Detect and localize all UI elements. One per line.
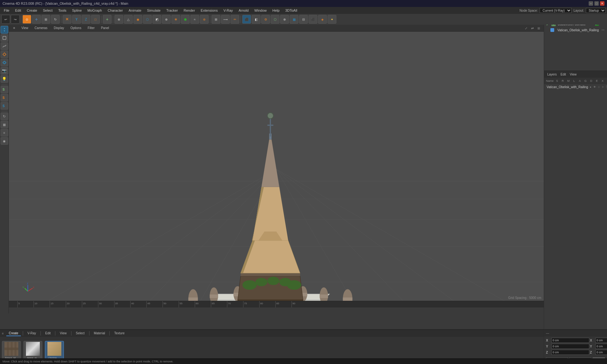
menu-vray[interactable]: V-Ray: [221, 8, 236, 13]
menu-file[interactable]: File: [1, 8, 12, 13]
sidebar-brush[interactable]: ↻: [1, 112, 8, 120]
cm-tab-vray[interactable]: V-Ray: [25, 331, 39, 336]
sidebar-move[interactable]: [1, 26, 8, 33]
sidebar-spline[interactable]: [1, 42, 8, 50]
viewport-cameras-menu[interactable]: Cameras: [33, 26, 49, 30]
viewport-display-menu[interactable]: Display: [52, 26, 66, 30]
polygon-mode-button[interactable]: □: [91, 15, 100, 24]
layer-render-icon[interactable]: ▷: [601, 85, 605, 89]
close-button[interactable]: ✕: [600, 1, 604, 6]
tool-21[interactable]: ⬛: [309, 15, 317, 24]
asset-fence[interactable]: Fence_M...: [2, 341, 21, 360]
cm-menu-icon[interactable]: ≡: [2, 332, 4, 335]
sidebar-material[interactable]: ◉: [1, 137, 8, 145]
layers-menu[interactable]: Layers: [546, 72, 558, 76]
tool-16[interactable]: ⚙: [261, 15, 270, 24]
tool-8[interactable]: ⬟: [181, 15, 190, 24]
timeline-ruler[interactable]: 0 5 10 15 20 25 30 35 40 45 50 55 60 65 …: [0, 301, 544, 307]
layers-edit[interactable]: Edit: [559, 72, 567, 76]
coord-z2-input[interactable]: [595, 350, 607, 355]
tool-18[interactable]: ⊕: [280, 15, 289, 24]
cm-tab-material[interactable]: Material: [91, 331, 108, 336]
layer-lock-icon[interactable]: □: [597, 85, 601, 89]
sidebar-s2[interactable]: S: [1, 94, 8, 101]
tool-19[interactable]: ▦: [290, 15, 298, 24]
menu-select[interactable]: Select: [40, 8, 55, 13]
node-space-select[interactable]: Current (V-Ray): [540, 8, 572, 13]
viewport-options-menu[interactable]: Options: [69, 26, 83, 30]
tool-4[interactable]: ⬡: [143, 15, 152, 24]
minimize-button[interactable]: −: [589, 1, 593, 6]
tool-15[interactable]: ◧: [252, 15, 261, 24]
viewport-sync-icon[interactable]: ⇄: [530, 26, 535, 31]
menu-tracker[interactable]: Tracker: [164, 8, 181, 13]
tool-12[interactable]: ⟿: [221, 15, 230, 24]
cm-tab-select[interactable]: Select: [73, 331, 87, 336]
coord-x-input[interactable]: [551, 338, 589, 343]
viewport-layout-icon[interactable]: ⊞: [536, 26, 541, 31]
menu-mograph[interactable]: MoGraph: [85, 8, 105, 13]
asset-obelisk-mat[interactable]: Obelisk_...: [45, 341, 64, 360]
tool-22[interactable]: ◈: [318, 15, 327, 24]
menu-extensions[interactable]: Extensions: [198, 8, 220, 13]
layout-select[interactable]: Startup: [586, 8, 606, 13]
menu-render[interactable]: Render: [181, 8, 198, 13]
viewport-panel-menu[interactable]: Panel: [99, 26, 111, 30]
menu-help[interactable]: Help: [270, 8, 282, 13]
add-object-button[interactable]: +: [103, 15, 112, 24]
menu-create[interactable]: Create: [24, 8, 40, 13]
menu-3dtoall[interactable]: 3DToAll: [283, 8, 300, 13]
cm-tab-texture[interactable]: Texture: [112, 331, 127, 336]
layers-view[interactable]: View: [568, 72, 578, 76]
sidebar-grid[interactable]: ▦: [1, 121, 8, 128]
sidebar-s3[interactable]: S: [1, 102, 8, 110]
rotate-tool-button[interactable]: ↻: [51, 15, 60, 24]
render-region[interactable]: ✦: [328, 15, 336, 24]
tool-2[interactable]: △: [124, 15, 133, 24]
menu-window[interactable]: Window: [252, 8, 269, 13]
layer-solo-icon[interactable]: ●: [589, 85, 592, 89]
tool-10[interactable]: ⊛: [200, 15, 209, 24]
coord-y-input[interactable]: [551, 344, 589, 349]
tool-13[interactable]: ✏: [230, 15, 239, 24]
viewport-view-menu[interactable]: View: [20, 26, 30, 30]
coord-x2-input[interactable]: [595, 338, 607, 343]
layer-item-obelisk[interactable]: Vatican_Obelisk_with_Railing ● 👁 □ ▷ ⬛ ⬡…: [544, 84, 607, 90]
tool-14[interactable]: ⬛: [242, 15, 251, 24]
scene-3d[interactable]: X Y Z: [9, 32, 544, 301]
menu-arnold[interactable]: Arnold: [236, 8, 251, 13]
asset-metal[interactable]: Matal_pi...: [23, 341, 42, 360]
sidebar-deformer[interactable]: [1, 51, 8, 58]
layer-anim-icon[interactable]: ⬛: [605, 85, 607, 89]
redo-button[interactable]: ↪: [11, 15, 20, 24]
sidebar-light[interactable]: 💡: [1, 75, 8, 83]
timeline-tracks[interactable]: [0, 307, 544, 330]
menu-simulate[interactable]: Simulate: [144, 8, 163, 13]
menu-spline[interactable]: Spline: [70, 8, 84, 13]
sidebar-object[interactable]: [1, 34, 8, 42]
tool-1[interactable]: ⊗: [114, 15, 123, 24]
tool-7[interactable]: ❋: [171, 15, 180, 24]
move-tool-button[interactable]: ✛: [32, 15, 41, 24]
cm-tab-edit[interactable]: Edit: [43, 331, 53, 336]
viewport-maximize-icon[interactable]: ⤢: [524, 26, 529, 31]
sidebar-s1[interactable]: S: [1, 86, 8, 93]
sidebar-camera[interactable]: 📷: [1, 67, 8, 75]
menu-animate[interactable]: Animate: [126, 8, 144, 13]
cm-tab-view[interactable]: View: [57, 331, 69, 336]
edge-mode-button[interactable]: Z: [82, 15, 90, 24]
tool-9[interactable]: ≈: [190, 15, 199, 24]
menu-tools[interactable]: Tools: [56, 8, 69, 13]
maximize-button[interactable]: □: [594, 1, 599, 6]
coord-y2-input[interactable]: [595, 344, 607, 349]
viewport[interactable]: ≡ View Cameras Display Options Filter Pa…: [9, 25, 544, 301]
tool-11[interactable]: ⊞: [212, 15, 220, 24]
model-mode-button[interactable]: ✕: [63, 15, 71, 24]
tool-17[interactable]: ⬡: [271, 15, 279, 24]
tool-6[interactable]: ⊕: [162, 15, 171, 24]
tool-5[interactable]: ◩: [152, 15, 161, 24]
sidebar-nurbs[interactable]: [1, 59, 8, 66]
sidebar-layer[interactable]: ≡: [1, 129, 8, 136]
cm-tab-create[interactable]: Create: [6, 331, 21, 336]
point-mode-button[interactable]: Y: [72, 15, 81, 24]
